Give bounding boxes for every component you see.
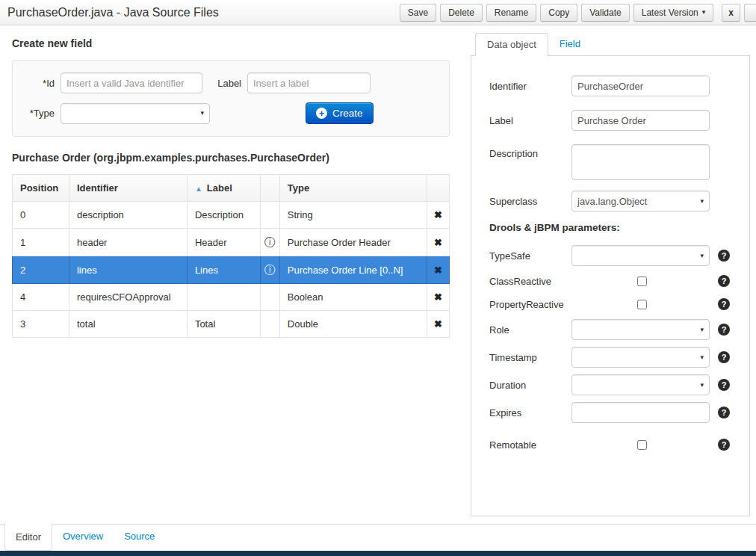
cell-type: Boolean — [279, 284, 427, 311]
expires-label: Expires — [489, 407, 571, 418]
create-button[interactable]: + Create — [306, 102, 374, 124]
column-header-type[interactable]: Type — [279, 175, 427, 202]
column-header-label[interactable]: ▲Label — [187, 175, 260, 202]
cell-info: ⓘ — [260, 229, 279, 256]
caret-down-icon: ▾ — [700, 327, 704, 333]
remotable-checkbox[interactable] — [637, 440, 647, 450]
column-header-info — [260, 175, 279, 202]
save-button[interactable]: Save — [400, 4, 436, 22]
create-field-form: *Id Label *Type ▾ + Create — [12, 60, 450, 137]
label-input[interactable] — [247, 72, 371, 93]
cell-actions: ✖ — [427, 202, 450, 229]
cell-info — [260, 202, 279, 229]
table-row[interactable]: 1 header Header ⓘ Purchase Order Header … — [13, 229, 450, 256]
inspector-tabs: Data object Field — [471, 33, 750, 56]
inspector-panel: Data object Field Identifier Label Descr… — [462, 25, 756, 524]
cell-label — [187, 284, 260, 311]
tab-data-object[interactable]: Data object — [475, 33, 548, 56]
identifier-input[interactable] — [571, 75, 710, 96]
create-button-label: Create — [332, 108, 363, 119]
help-icon[interactable]: ? — [718, 379, 730, 391]
footer-strip — [0, 551, 756, 556]
cell-position: 2 — [13, 256, 69, 284]
help-icon[interactable]: ? — [718, 250, 730, 262]
tab-source[interactable]: Source — [114, 524, 165, 551]
cell-identifier: lines — [69, 256, 187, 284]
label-field-label: Label — [489, 115, 571, 126]
cell-identifier: description — [69, 202, 187, 229]
help-icon[interactable]: ? — [718, 275, 730, 287]
tab-overview[interactable]: Overview — [52, 524, 114, 551]
superclass-label: Superclass — [489, 196, 571, 207]
classreactive-checkbox[interactable] — [637, 277, 647, 286]
delete-button[interactable]: Delete — [440, 4, 483, 22]
help-icon[interactable]: ? — [718, 407, 730, 418]
timestamp-select[interactable]: ▾ — [571, 347, 710, 368]
help-icon[interactable]: ? — [718, 439, 730, 451]
cell-info — [260, 311, 279, 338]
app-root: PurchaseOrder.java - Java Source Files S… — [0, 0, 756, 556]
superclass-row: Superclass java.lang.Object ▾ — [489, 191, 739, 211]
caret-down-icon: ▾ — [700, 354, 704, 361]
validate-button[interactable]: Validate — [581, 4, 629, 22]
cell-position: 1 — [13, 229, 69, 256]
typesafe-row: TypeSafe ▾ ? — [489, 245, 739, 266]
cell-type: Purchase Order Header — [279, 229, 427, 256]
create-field-heading: Create new field — [12, 37, 450, 49]
classreactive-row: ClassReactive ? — [489, 273, 739, 289]
close-button[interactable]: x — [722, 4, 740, 22]
help-icon[interactable]: ? — [718, 351, 730, 363]
delete-icon[interactable]: ✖ — [434, 209, 442, 220]
cell-actions: ✖ — [427, 284, 450, 311]
superclass-select-value: java.lang.Object — [577, 196, 647, 207]
copy-button[interactable]: Copy — [540, 4, 577, 22]
label-field-input[interactable] — [571, 110, 710, 131]
info-icon[interactable]: ⓘ — [264, 263, 276, 276]
caret-down-icon: ▾ — [200, 110, 204, 117]
delete-icon[interactable]: ✖ — [434, 265, 442, 276]
description-textarea[interactable] — [571, 144, 710, 180]
info-icon[interactable]: ⓘ — [264, 235, 276, 248]
propertyreactive-checkbox[interactable] — [637, 300, 647, 309]
propertyreactive-label: PropertyReactive — [489, 299, 571, 310]
id-label: *Id — [23, 78, 55, 89]
cell-actions: ✖ — [427, 311, 450, 338]
latest-version-button[interactable]: Latest Version ▾ — [633, 4, 714, 22]
toolbar: Save Delete Rename Copy Validate Latest … — [400, 4, 756, 22]
column-header-position[interactable]: Position — [13, 175, 69, 202]
duration-row: Duration ▾ ? — [489, 374, 739, 395]
table-row[interactable]: 3 total Total Double ✖ — [13, 311, 450, 338]
duration-select[interactable]: ▾ — [571, 374, 710, 395]
id-input[interactable] — [61, 72, 202, 93]
column-header-identifier[interactable]: Identifier — [69, 175, 187, 202]
cell-position: 3 — [13, 311, 69, 338]
data-object-heading: Purchase Order (org.jbpm.examples.purcha… — [12, 152, 450, 164]
table-row-selected[interactable]: 2 lines Lines ⓘ Purchase Order Line [0..… — [13, 256, 450, 284]
cell-position: 4 — [13, 284, 69, 311]
role-select[interactable]: ▾ — [571, 319, 710, 340]
table-row[interactable]: 4 requiresCFOApproval Boolean ✖ — [13, 284, 450, 311]
cell-identifier: header — [69, 229, 187, 256]
superclass-select[interactable]: java.lang.Object ▾ — [571, 191, 710, 211]
overflow-button[interactable] — [744, 4, 756, 22]
help-icon[interactable]: ? — [718, 298, 730, 310]
tab-field[interactable]: Field — [548, 33, 592, 56]
role-label: Role — [489, 324, 571, 336]
rename-button[interactable]: Rename — [486, 4, 536, 22]
type-select[interactable]: ▾ — [61, 103, 210, 124]
tab-editor[interactable]: Editor — [4, 524, 52, 551]
duration-label: Duration — [489, 380, 571, 391]
caret-down-icon: ▾ — [700, 382, 704, 389]
help-icon[interactable]: ? — [718, 324, 730, 336]
delete-icon[interactable]: ✖ — [434, 291, 442, 303]
cell-type: Double — [279, 311, 427, 338]
expires-input[interactable] — [571, 402, 710, 423]
cell-label: Lines — [187, 256, 260, 284]
table-row[interactable]: 0 description Description String ✖ — [13, 202, 450, 229]
fields-table: Position Identifier ▲Label Type 0 descri… — [12, 174, 450, 338]
delete-icon[interactable]: ✖ — [434, 318, 442, 330]
delete-icon[interactable]: ✖ — [434, 237, 442, 248]
create-field-row-1: *Id Label — [23, 72, 439, 93]
identifier-label: Identifier — [489, 81, 571, 92]
typesafe-select[interactable]: ▾ — [571, 245, 710, 266]
